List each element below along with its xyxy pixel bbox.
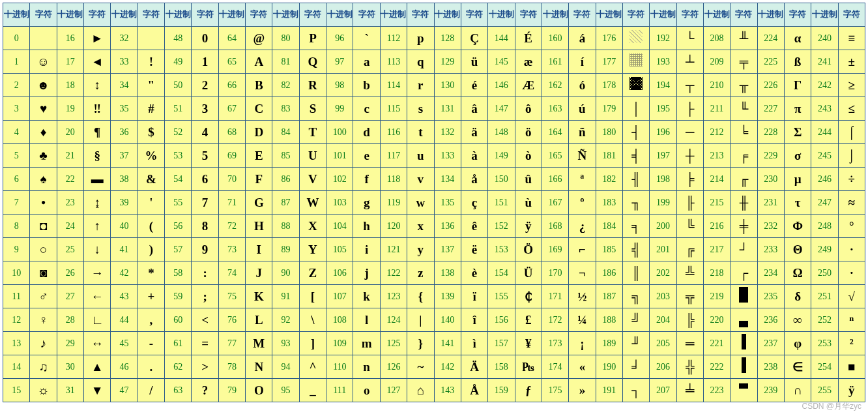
cell-chr: 2 bbox=[192, 74, 218, 97]
cell-dec: 145 bbox=[488, 50, 515, 74]
cell-dec: 207 bbox=[650, 379, 676, 402]
cell-dec: 250 bbox=[811, 261, 838, 285]
cell-chr: @ bbox=[246, 27, 272, 50]
cell-chr: ` bbox=[353, 27, 380, 50]
cell-chr: à bbox=[461, 144, 487, 168]
cell-chr: α bbox=[784, 27, 811, 50]
cell-chr: Y bbox=[299, 238, 326, 261]
cell-dec: 190 bbox=[596, 355, 622, 379]
cell-dec: 225 bbox=[757, 50, 784, 74]
cell-dec: 102 bbox=[326, 168, 353, 191]
header-dec: 十进制 bbox=[111, 3, 137, 27]
header-dec: 十进制 bbox=[434, 3, 461, 27]
cell-chr: ? bbox=[192, 379, 218, 402]
cell-dec: 187 bbox=[596, 285, 622, 308]
cell-dec: 110 bbox=[326, 355, 353, 379]
cell-chr: ↕ bbox=[84, 74, 111, 97]
header-chr: 字符 bbox=[569, 3, 596, 27]
cell-chr: 8 bbox=[192, 215, 218, 238]
cell-chr: ¶ bbox=[84, 121, 111, 144]
cell-dec: 149 bbox=[488, 144, 515, 168]
cell-chr: H bbox=[246, 215, 272, 238]
cell-chr: â bbox=[461, 97, 487, 121]
cell-dec: 5 bbox=[3, 144, 30, 168]
header-dec: 十进制 bbox=[326, 3, 353, 27]
cell-dec: 82 bbox=[272, 74, 299, 97]
cell-dec: 32 bbox=[111, 27, 137, 50]
cell-dec: 217 bbox=[703, 238, 730, 261]
cell-chr: ■ bbox=[838, 355, 865, 379]
cell-dec: 107 bbox=[326, 285, 353, 308]
cell-dec: 125 bbox=[380, 332, 407, 355]
cell-chr: ▬ bbox=[84, 168, 111, 191]
cell-chr: ) bbox=[137, 238, 164, 261]
cell-dec: 106 bbox=[326, 261, 353, 285]
cell-chr: ╦ bbox=[676, 285, 703, 308]
cell-chr: , bbox=[137, 308, 164, 332]
cell-chr: ↔ bbox=[84, 332, 111, 355]
cell-chr: ╓ bbox=[731, 168, 757, 191]
cell-chr: ÷ bbox=[838, 168, 865, 191]
cell-chr: P bbox=[299, 27, 326, 50]
cell-dec: 177 bbox=[596, 50, 622, 74]
cell-chr: · bbox=[838, 261, 865, 285]
cell-dec: 231 bbox=[757, 191, 784, 215]
cell-dec: 166 bbox=[542, 168, 568, 191]
cell-chr: Q bbox=[299, 50, 326, 74]
cell-chr: ╚ bbox=[676, 215, 703, 238]
cell-chr: V bbox=[299, 168, 326, 191]
cell-chr: ¡ bbox=[569, 332, 596, 355]
cell-dec: 71 bbox=[218, 191, 245, 215]
cell-chr: | bbox=[407, 308, 434, 332]
header-chr: 字符 bbox=[622, 3, 649, 27]
cell-dec: 83 bbox=[272, 97, 299, 121]
cell-chr: ¬ bbox=[569, 261, 596, 285]
cell-dec: 158 bbox=[488, 355, 515, 379]
cell-dec: 220 bbox=[703, 308, 730, 332]
cell-chr: T bbox=[299, 121, 326, 144]
cell-chr: « bbox=[569, 355, 596, 379]
watermark: CSDN @月华zyc bbox=[802, 401, 861, 405]
cell-chr: 6 bbox=[192, 168, 218, 191]
cell-dec: 199 bbox=[650, 191, 676, 215]
header-dec: 十进制 bbox=[218, 3, 245, 27]
cell-dec: 6 bbox=[3, 168, 30, 191]
cell-dec: 196 bbox=[650, 121, 676, 144]
cell-chr: L bbox=[246, 308, 272, 332]
cell-chr: ê bbox=[461, 215, 487, 238]
cell-chr: ↑ bbox=[84, 215, 111, 238]
cell-chr: ┘ bbox=[731, 238, 757, 261]
cell-chr: ╞ bbox=[676, 168, 703, 191]
cell-chr: µ bbox=[784, 168, 811, 191]
cell-chr: < bbox=[192, 308, 218, 332]
cell-dec: 54 bbox=[165, 168, 192, 191]
cell-dec: 249 bbox=[811, 238, 838, 261]
cell-dec: 228 bbox=[757, 121, 784, 144]
cell-chr: ☺ bbox=[30, 50, 57, 74]
cell-chr: 1 bbox=[192, 50, 218, 74]
cell-chr: ╫ bbox=[731, 191, 757, 215]
cell-dec: 35 bbox=[111, 97, 137, 121]
cell-chr: a bbox=[353, 50, 380, 74]
cell-dec: 30 bbox=[57, 355, 83, 379]
cell-dec: 163 bbox=[542, 97, 568, 121]
cell-dec: 4 bbox=[3, 121, 30, 144]
cell-dec: 133 bbox=[434, 144, 461, 168]
cell-chr: ╡ bbox=[622, 144, 649, 168]
cell-dec: 18 bbox=[57, 74, 83, 97]
cell-chr: É bbox=[515, 27, 542, 50]
cell-dec: 112 bbox=[380, 27, 407, 50]
cell-dec: 202 bbox=[650, 261, 676, 285]
cell-chr: ñ bbox=[569, 121, 596, 144]
table-row: 10◙26→42*58:74J90Z106j122z138è154Ü170¬18… bbox=[3, 261, 865, 285]
cell-chr: v bbox=[407, 168, 434, 191]
cell-chr: • bbox=[30, 191, 57, 215]
cell-chr: 3 bbox=[192, 97, 218, 121]
cell-dec: 33 bbox=[111, 50, 137, 74]
cell-dec: 118 bbox=[380, 168, 407, 191]
cell-chr: x bbox=[407, 215, 434, 238]
cell-dec: 76 bbox=[218, 308, 245, 332]
cell-chr: ║ bbox=[622, 261, 649, 285]
cell-dec: 194 bbox=[650, 74, 676, 97]
cell-chr: ╔ bbox=[676, 238, 703, 261]
